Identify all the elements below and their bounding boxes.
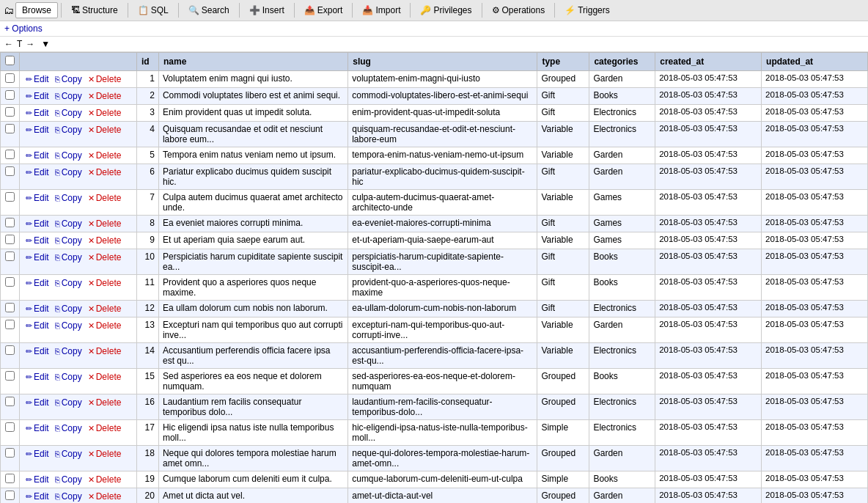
nav-structure[interactable]: 🏗 Structure [65, 2, 125, 18]
copy-button[interactable]: ⎘ Copy [53, 345, 84, 357]
edit-button[interactable]: ✏ Edit [23, 303, 51, 315]
copy-button[interactable]: ⎘ Copy [53, 448, 84, 460]
copy-button[interactable]: ⎘ Copy [53, 277, 84, 289]
prev-arrow[interactable]: ← [4, 39, 13, 49]
table-icon[interactable]: T [17, 39, 22, 49]
select-all-checkbox[interactable] [5, 56, 15, 65]
delete-button[interactable]: ✕ Delete [86, 397, 124, 408]
next-arrow[interactable]: → [26, 39, 34, 49]
row-checkbox[interactable] [5, 277, 15, 287]
delete-button[interactable]: ✕ Delete [86, 107, 124, 119]
edit-button[interactable]: ✏ Edit [23, 320, 51, 331]
options-link[interactable]: + Options [4, 23, 43, 34]
edit-button[interactable]: ✏ Edit [23, 277, 51, 289]
delete-button[interactable]: ✕ Delete [86, 252, 124, 263]
copy-button[interactable]: ⎘ Copy [53, 192, 84, 204]
copy-button[interactable]: ⎘ Copy [53, 474, 84, 485]
header-categories[interactable]: categories [589, 53, 655, 71]
delete-button[interactable]: ✕ Delete [86, 474, 124, 485]
row-checkbox[interactable] [5, 90, 15, 100]
row-checkbox[interactable] [5, 124, 15, 133]
nav-export[interactable]: 📤 Export [298, 2, 350, 18]
delete-button[interactable]: ✕ Delete [86, 320, 124, 331]
delete-button[interactable]: ✕ Delete [86, 491, 124, 502]
delete-button[interactable]: ✕ Delete [86, 192, 124, 204]
edit-button[interactable]: ✏ Edit [23, 345, 51, 357]
edit-button[interactable]: ✏ Edit [23, 397, 51, 408]
header-slug[interactable]: slug [348, 53, 537, 71]
header-id[interactable]: id [137, 53, 159, 71]
copy-button[interactable]: ⎘ Copy [53, 397, 84, 408]
row-checkbox[interactable] [5, 107, 15, 117]
delete-button[interactable]: ✕ Delete [86, 218, 124, 230]
nav-browse[interactable]: Browse [15, 2, 58, 18]
edit-button[interactable]: ✏ Edit [23, 235, 51, 246]
nav-import[interactable]: 📥 Import [356, 2, 407, 18]
row-checkbox[interactable] [5, 166, 15, 176]
row-checkbox[interactable] [5, 218, 15, 227]
edit-button[interactable]: ✏ Edit [23, 107, 51, 119]
delete-button[interactable]: ✕ Delete [86, 235, 124, 246]
edit-button[interactable]: ✏ Edit [23, 166, 51, 178]
copy-button[interactable]: ⎘ Copy [53, 422, 84, 434]
edit-button[interactable]: ✏ Edit [23, 192, 51, 204]
delete-button[interactable]: ✕ Delete [86, 277, 124, 289]
delete-button[interactable]: ✕ Delete [86, 150, 124, 161]
edit-button[interactable]: ✏ Edit [23, 150, 51, 161]
delete-button[interactable]: ✕ Delete [86, 345, 124, 357]
row-checkbox[interactable] [5, 235, 15, 244]
edit-button[interactable]: ✏ Edit [23, 124, 51, 136]
row-checkbox[interactable] [5, 397, 15, 406]
delete-button[interactable]: ✕ Delete [86, 371, 124, 383]
copy-button[interactable]: ⎘ Copy [53, 107, 84, 119]
row-checkbox[interactable] [5, 491, 15, 500]
copy-button[interactable]: ⎘ Copy [53, 371, 84, 383]
edit-button[interactable]: ✏ Edit [23, 474, 51, 485]
nav-triggers[interactable]: ⚡ Triggers [558, 2, 617, 18]
copy-button[interactable]: ⎘ Copy [53, 166, 84, 178]
edit-button[interactable]: ✏ Edit [23, 73, 51, 85]
delete-button[interactable]: ✕ Delete [86, 422, 124, 434]
copy-button[interactable]: ⎘ Copy [53, 303, 84, 315]
copy-button[interactable]: ⎘ Copy [53, 491, 84, 502]
edit-button[interactable]: ✏ Edit [23, 371, 51, 383]
delete-button[interactable]: ✕ Delete [86, 124, 124, 136]
copy-button[interactable]: ⎘ Copy [53, 252, 84, 263]
header-updated-at[interactable]: updated_at [762, 53, 868, 71]
header-type[interactable]: type [537, 53, 589, 71]
row-checkbox[interactable] [5, 320, 15, 329]
nav-operations[interactable]: ⚙ Operations [485, 2, 552, 18]
edit-button[interactable]: ✏ Edit [23, 90, 51, 102]
copy-button[interactable]: ⎘ Copy [53, 235, 84, 246]
row-checkbox[interactable] [5, 474, 15, 483]
delete-button[interactable]: ✕ Delete [86, 73, 124, 85]
header-created-at[interactable]: created_at [655, 53, 762, 71]
delete-button[interactable]: ✕ Delete [86, 90, 124, 102]
row-checkbox[interactable] [5, 422, 15, 432]
nav-privileges[interactable]: 🔑 Privileges [413, 2, 478, 18]
copy-button[interactable]: ⎘ Copy [53, 150, 84, 161]
edit-button[interactable]: ✏ Edit [23, 491, 51, 502]
nav-sql[interactable]: 📋 SQL [131, 2, 175, 18]
header-name[interactable]: name [158, 53, 347, 71]
row-checkbox[interactable] [5, 252, 15, 261]
row-checkbox[interactable] [5, 192, 15, 202]
copy-button[interactable]: ⎘ Copy [53, 124, 84, 136]
edit-button[interactable]: ✏ Edit [23, 448, 51, 460]
edit-button[interactable]: ✏ Edit [23, 422, 51, 434]
row-checkbox[interactable] [5, 371, 15, 381]
nav-insert[interactable]: ➕ Insert [243, 2, 291, 18]
delete-button[interactable]: ✕ Delete [86, 303, 124, 315]
row-checkbox[interactable] [5, 448, 15, 458]
copy-button[interactable]: ⎘ Copy [53, 320, 84, 331]
copy-button[interactable]: ⎘ Copy [53, 73, 84, 85]
row-checkbox[interactable] [5, 150, 15, 159]
row-checkbox[interactable] [5, 345, 15, 355]
delete-button[interactable]: ✕ Delete [86, 448, 124, 460]
copy-button[interactable]: ⎘ Copy [53, 90, 84, 102]
nav-search[interactable]: 🔍 Search [182, 2, 236, 18]
edit-button[interactable]: ✏ Edit [23, 218, 51, 230]
delete-button[interactable]: ✕ Delete [86, 166, 124, 178]
edit-button[interactable]: ✏ Edit [23, 252, 51, 263]
copy-button[interactable]: ⎘ Copy [53, 218, 84, 230]
